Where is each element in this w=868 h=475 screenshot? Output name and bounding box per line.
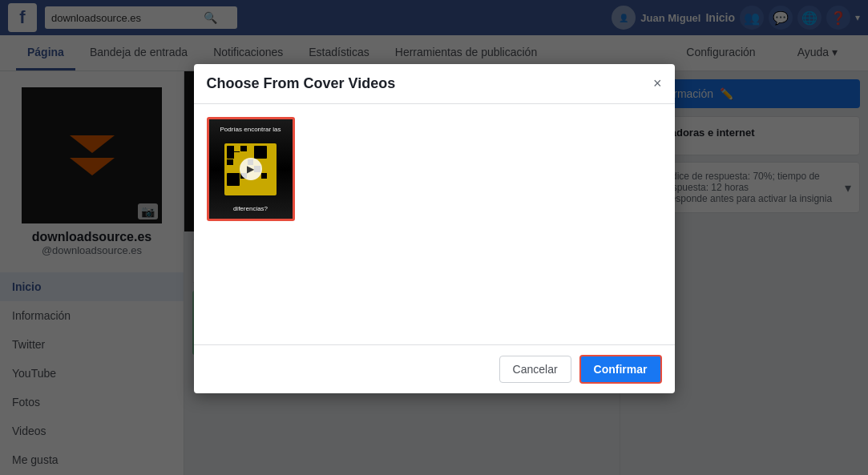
choose-cover-videos-dialog: Choose From Cover Videos × Podrías encon… — [194, 64, 675, 393]
dialog-footer: Cancelar Confirmar — [194, 344, 675, 393]
dialog-header: Choose From Cover Videos × — [194, 64, 675, 104]
dialog-close-button[interactable]: × — [653, 75, 662, 92]
cancel-button[interactable]: Cancelar — [499, 356, 571, 383]
confirm-button[interactable]: Confirmar — [579, 355, 662, 384]
dialog-title: Choose From Cover Videos — [207, 75, 396, 92]
play-button[interactable]: ▶ — [240, 158, 262, 180]
video-thumb-inner: Podrías encontrar las — [209, 119, 293, 219]
video-text-bottom: diferencias? — [229, 205, 272, 212]
video-thumbnail-1[interactable]: Podrías encontrar las — [207, 117, 295, 221]
dialog-overlay: Choose From Cover Videos × Podrías encon… — [0, 0, 868, 475]
dialog-body: Podrías encontrar las — [194, 104, 675, 344]
video-text-top: Podrías encontrar las — [216, 126, 285, 133]
